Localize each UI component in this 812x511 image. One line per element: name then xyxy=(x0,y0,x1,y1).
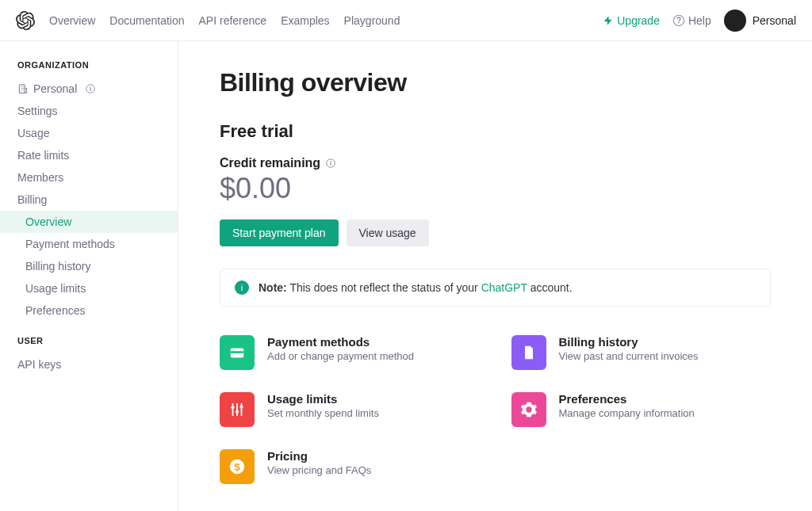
card-title: Preferences xyxy=(559,392,695,406)
svg-text:$: $ xyxy=(234,461,239,473)
trial-heading: Free trial xyxy=(220,121,771,142)
top-header: Overview Documentation API reference Exa… xyxy=(0,0,812,41)
nav-api-reference[interactable]: API reference xyxy=(199,14,267,27)
sidebar-billing-payment-methods[interactable]: Payment methods xyxy=(0,233,178,255)
org-selector[interactable]: Personal xyxy=(0,78,178,100)
avatar xyxy=(724,10,746,32)
card-pricing[interactable]: $PricingView pricing and FAQs xyxy=(220,449,480,484)
card-icon xyxy=(220,335,255,370)
card-desc: View pricing and FAQs xyxy=(267,464,371,476)
svg-point-6 xyxy=(236,410,239,414)
bolt-icon xyxy=(603,15,614,26)
header-right: Upgrade Help Personal xyxy=(603,10,796,32)
help-button[interactable]: Help xyxy=(672,14,711,27)
credit-label: Credit remaining xyxy=(220,156,771,170)
credit-value: $0.00 xyxy=(220,172,771,205)
card-preferences[interactable]: PreferencesManage company information xyxy=(511,392,772,427)
card-desc: Add or change payment method xyxy=(267,350,414,362)
profile-menu[interactable]: Personal xyxy=(724,10,796,32)
card-desc: View past and current invoices xyxy=(559,350,699,362)
svg-point-5 xyxy=(231,406,234,409)
card-desc: Manage company information xyxy=(559,407,695,419)
sidebar-rate-limits[interactable]: Rate limits xyxy=(0,144,178,166)
button-row: Start payment plan View usage xyxy=(220,219,771,246)
card-billing-history[interactable]: Billing historyView past and current inv… xyxy=(511,335,772,370)
sidebar-api-keys[interactable]: API keys xyxy=(0,353,178,376)
svg-rect-4 xyxy=(231,351,244,353)
sidebar-usage[interactable]: Usage xyxy=(0,122,178,144)
openai-logo-icon xyxy=(16,11,35,30)
start-payment-plan-button[interactable]: Start payment plan xyxy=(220,219,339,246)
nav-documentation[interactable]: Documentation xyxy=(109,14,184,27)
user-section-label: USER xyxy=(0,336,178,353)
sliders-icon xyxy=(220,392,255,427)
building-icon xyxy=(17,83,29,94)
sidebar-billing[interactable]: Billing xyxy=(0,189,178,211)
help-icon xyxy=(672,14,685,27)
page-title: Billing overview xyxy=(220,68,771,97)
note-banner: i Note: This does not reflect the status… xyxy=(220,269,771,307)
info-icon: i xyxy=(235,280,249,295)
profile-name: Personal xyxy=(753,14,796,27)
card-title: Payment methods xyxy=(267,335,414,349)
main-content: Billing overview Free trial Credit remai… xyxy=(178,41,812,511)
dollar-icon: $ xyxy=(220,449,255,484)
gear-icon xyxy=(511,392,546,427)
sidebar-members[interactable]: Members xyxy=(0,166,178,189)
card-title: Pricing xyxy=(267,449,371,463)
top-nav: Overview Documentation API reference Exa… xyxy=(49,14,603,27)
card-title: Usage limits xyxy=(267,392,379,406)
view-usage-button[interactable]: View usage xyxy=(347,219,429,246)
logo[interactable] xyxy=(16,11,35,30)
upgrade-button[interactable]: Upgrade xyxy=(603,14,660,27)
card-usage-limits[interactable]: Usage limitsSet monthly spend limits xyxy=(220,392,480,427)
sidebar: ORGANIZATION Personal Settings Usage Rat… xyxy=(0,41,178,511)
sidebar-settings[interactable]: Settings xyxy=(0,100,178,122)
svg-point-7 xyxy=(239,405,243,408)
help-label: Help xyxy=(688,14,711,27)
chatgpt-link[interactable]: ChatGPT xyxy=(481,281,527,294)
org-section-label: ORGANIZATION xyxy=(0,60,178,78)
cards-grid: Payment methodsAdd or change payment met… xyxy=(220,335,771,484)
info-icon[interactable] xyxy=(325,158,336,169)
upgrade-label: Upgrade xyxy=(617,14,660,27)
nav-examples[interactable]: Examples xyxy=(281,14,329,27)
card-desc: Set monthly spend limits xyxy=(267,407,379,419)
sidebar-billing-history[interactable]: Billing history xyxy=(0,255,178,277)
sidebar-billing-preferences[interactable]: Preferences xyxy=(0,299,178,322)
sidebar-billing-overview[interactable]: Overview xyxy=(0,211,178,233)
org-name: Personal xyxy=(33,82,77,95)
card-payment-methods[interactable]: Payment methodsAdd or change payment met… xyxy=(220,335,480,370)
card-title: Billing history xyxy=(559,335,699,349)
info-icon xyxy=(85,83,96,94)
file-icon xyxy=(511,335,546,370)
nav-playground[interactable]: Playground xyxy=(344,14,400,27)
nav-overview[interactable]: Overview xyxy=(49,14,95,27)
note-text: Note: This does not reflect the status o… xyxy=(259,281,573,294)
sidebar-billing-usage-limits[interactable]: Usage limits xyxy=(0,277,178,299)
